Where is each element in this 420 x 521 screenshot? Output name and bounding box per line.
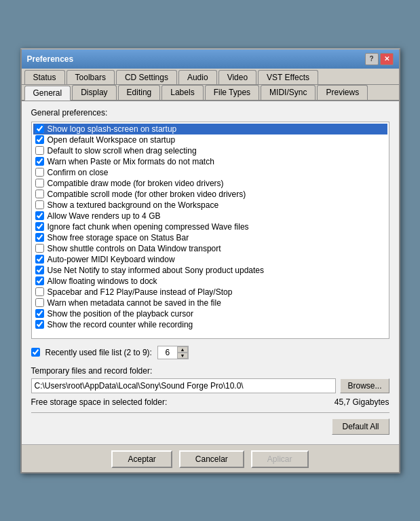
pref-label-6[interactable]: Compatible scroll mode (for other broken… xyxy=(47,190,246,199)
tab-row-1: Status Toolbars CD Settings Audio Video … xyxy=(22,69,399,85)
pref-checkbox-7[interactable] xyxy=(35,200,44,209)
bottom-section: Recently used file list (2 to 9): ▲ ▼ Te… xyxy=(31,346,389,407)
pref-checkbox-14[interactable] xyxy=(35,276,44,285)
pref-checkbox-4[interactable] xyxy=(35,168,44,177)
pref-item[interactable]: Show free storage space on Status Bar xyxy=(33,232,387,243)
pref-item[interactable]: Compatible scroll mode (for other broken… xyxy=(33,189,387,200)
pref-item[interactable]: Show the record counter while recording xyxy=(33,319,387,330)
tab-audio[interactable]: Audio xyxy=(178,70,217,84)
pref-label-18[interactable]: Show the record counter while recording xyxy=(47,320,193,329)
footer: Aceptar Cancelar Aplicar xyxy=(22,444,399,472)
pref-label-8[interactable]: Allow Wave renders up to 4 GB xyxy=(47,211,161,221)
tab-video[interactable]: Video xyxy=(218,70,256,84)
pref-checkbox-18[interactable] xyxy=(35,320,44,329)
preferences-list[interactable]: Show logo splash-screen on startupOpen d… xyxy=(31,122,389,339)
pref-label-12[interactable]: Auto-power MIDI Keyboard window xyxy=(47,255,175,264)
pref-item[interactable]: Use Net Notify to stay informed about So… xyxy=(33,265,387,276)
spinner-buttons: ▲ ▼ xyxy=(177,346,188,359)
pref-checkbox-16[interactable] xyxy=(35,298,44,307)
tab-labels[interactable]: Labels xyxy=(161,85,203,100)
pref-label-3[interactable]: Warn when Paste or Mix formats do not ma… xyxy=(47,157,214,166)
pref-label-17[interactable]: Show the position of the playback cursor xyxy=(47,309,193,319)
pref-checkbox-10[interactable] xyxy=(35,233,44,242)
cancelar-button[interactable]: Cancelar xyxy=(179,450,244,468)
aplicar-button[interactable]: Aplicar xyxy=(251,450,309,468)
pref-checkbox-8[interactable] xyxy=(35,211,44,220)
recent-files-checkbox[interactable] xyxy=(31,348,40,357)
pref-checkbox-6[interactable] xyxy=(35,190,44,198)
window-title: Preferences xyxy=(27,54,74,64)
pref-checkbox-11[interactable] xyxy=(35,244,44,253)
spinner-down[interactable]: ▼ xyxy=(177,353,188,359)
title-bar-buttons: ? ✕ xyxy=(365,53,394,65)
pref-checkbox-3[interactable] xyxy=(35,157,44,166)
pref-checkbox-2[interactable] xyxy=(35,146,44,155)
pref-checkbox-1[interactable] xyxy=(35,135,44,144)
tab-general[interactable]: General xyxy=(24,86,71,101)
pref-label-4[interactable]: Confirm on close xyxy=(47,168,109,177)
pref-checkbox-17[interactable] xyxy=(35,309,44,318)
tab-vst-effects[interactable]: VST Effects xyxy=(258,70,318,84)
tab-midi-sync[interactable]: MIDI/Sync xyxy=(261,85,316,100)
pref-label-13[interactable]: Use Net Notify to stay informed about So… xyxy=(47,266,265,275)
pref-label-11[interactable]: Show shuttle controls on Data Window tra… xyxy=(47,244,221,253)
aceptar-button[interactable]: Aceptar xyxy=(111,450,172,468)
recent-count-input[interactable] xyxy=(158,346,177,359)
pref-label-16[interactable]: Warn when metadata cannot be saved in th… xyxy=(47,298,221,308)
pref-label-14[interactable]: Allow floating windows to dock xyxy=(47,276,157,286)
recent-files-label[interactable]: Recently used file list (2 to 9): xyxy=(45,348,152,357)
spinner-up[interactable]: ▲ xyxy=(177,346,188,353)
pref-label-7[interactable]: Show a textured background on the Worksp… xyxy=(47,200,219,210)
browse-button[interactable]: Browse... xyxy=(340,378,389,393)
pref-checkbox-9[interactable] xyxy=(35,222,44,231)
content-area: General preferences: Show logo splash-sc… xyxy=(22,101,399,444)
close-button[interactable]: ✕ xyxy=(380,53,394,65)
recent-row: Recently used file list (2 to 9): ▲ ▼ xyxy=(31,346,389,359)
pref-item[interactable]: Show the position of the playback cursor xyxy=(33,308,387,319)
pref-item[interactable]: Default to slow scroll when drag selecti… xyxy=(33,145,387,156)
pref-checkbox-12[interactable] xyxy=(35,255,44,264)
pref-label-9[interactable]: Ignore fact chunk when opening compresse… xyxy=(47,222,249,232)
pref-item[interactable]: Ignore fact chunk when opening compresse… xyxy=(33,221,387,232)
tab-cd-settings[interactable]: CD Settings xyxy=(116,70,177,84)
pref-checkbox-13[interactable] xyxy=(35,266,44,274)
default-btn-row: Default All xyxy=(31,418,389,435)
temp-folder-input[interactable] xyxy=(31,378,337,393)
storage-value: 45,7 Gigabytes xyxy=(335,397,389,407)
pref-item[interactable]: Spacebar and F12 Play/Pause instead of P… xyxy=(33,287,387,298)
divider xyxy=(31,412,389,413)
default-all-button[interactable]: Default All xyxy=(332,418,389,435)
pref-item[interactable]: Show a textured background on the Worksp… xyxy=(33,200,387,211)
pref-item[interactable]: Confirm on close xyxy=(33,167,387,178)
pref-item[interactable]: Show logo splash-screen on startup xyxy=(33,124,387,134)
pref-item[interactable]: Show shuttle controls on Data Window tra… xyxy=(33,243,387,254)
pref-label-2[interactable]: Default to slow scroll when drag selecti… xyxy=(47,146,197,156)
pref-item[interactable]: Warn when metadata cannot be saved in th… xyxy=(33,298,387,308)
tab-status[interactable]: Status xyxy=(24,70,65,84)
pref-label-15[interactable]: Spacebar and F12 Play/Pause instead of P… xyxy=(47,287,233,297)
pref-item[interactable]: Auto-power MIDI Keyboard window xyxy=(33,254,387,265)
pref-item[interactable]: Warn when Paste or Mix formats do not ma… xyxy=(33,156,387,167)
pref-checkbox-15[interactable] xyxy=(35,287,44,296)
pref-item[interactable]: Compatible draw mode (for broken video d… xyxy=(33,178,387,189)
preferences-window: Preferences ? ✕ Status Toolbars CD Setti… xyxy=(20,48,400,473)
pref-checkbox-5[interactable] xyxy=(35,179,44,187)
pref-label-5[interactable]: Compatible draw mode (for broken video d… xyxy=(47,179,224,188)
title-bar: Preferences ? ✕ xyxy=(22,50,399,69)
storage-label: Free storage space in selected folder: xyxy=(31,397,335,407)
tab-editing[interactable]: Editing xyxy=(118,85,161,100)
tab-display[interactable]: Display xyxy=(72,85,116,100)
pref-item[interactable]: Allow floating windows to dock xyxy=(33,276,387,287)
tab-previews[interactable]: Previews xyxy=(317,85,368,100)
pref-label-1[interactable]: Open default Workspace on startup xyxy=(47,135,176,145)
pref-label-0[interactable]: Show logo splash-screen on startup xyxy=(47,124,177,134)
storage-row: Free storage space in selected folder: 4… xyxy=(31,397,389,407)
pref-label-10[interactable]: Show free storage space on Status Bar xyxy=(47,233,189,242)
recent-count-spinner[interactable]: ▲ ▼ xyxy=(157,346,189,359)
tab-file-types[interactable]: File Types xyxy=(205,85,259,100)
pref-checkbox-0[interactable] xyxy=(35,124,44,133)
tab-toolbars[interactable]: Toolbars xyxy=(66,70,115,84)
pref-item[interactable]: Open default Workspace on startup xyxy=(33,134,387,145)
help-button[interactable]: ? xyxy=(365,53,379,65)
pref-item[interactable]: Allow Wave renders up to 4 GB xyxy=(33,211,387,221)
